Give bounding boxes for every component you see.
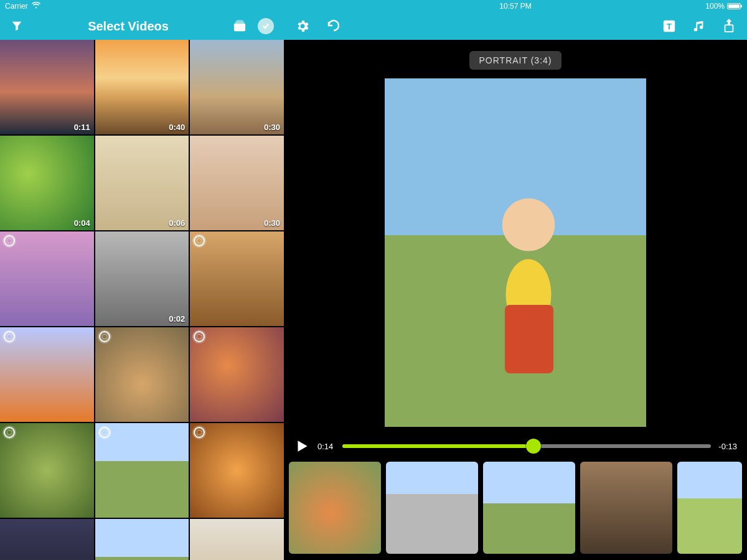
video-thumb[interactable]: 0:06 xyxy=(95,136,189,230)
video-thumb[interactable]: 0:02 xyxy=(95,231,189,326)
status-bar-left: Carrier xyxy=(0,0,284,12)
duration-label: 0:30 xyxy=(264,123,280,132)
progress-track[interactable] xyxy=(342,444,711,448)
video-thumb[interactable] xyxy=(95,423,189,518)
progress-fill xyxy=(342,444,533,448)
video-library-panel: Carrier Select Videos 0:110:400:300:040:… xyxy=(0,0,284,560)
preview-area: PORTRAIT (3:4) xyxy=(284,40,747,432)
aspect-ratio-badge[interactable]: PORTRAIT (3:4) xyxy=(469,51,562,70)
svg-rect-1 xyxy=(235,22,245,23)
video-thumb[interactable] xyxy=(95,519,189,560)
status-bar-right: 10:57 PM 100% xyxy=(284,0,747,12)
thumb-image xyxy=(289,462,381,554)
thumb-image xyxy=(95,231,189,326)
thumb-image xyxy=(0,327,94,422)
text-icon[interactable]: T xyxy=(662,19,676,33)
thumb-image xyxy=(483,462,575,554)
timeline-clip[interactable] xyxy=(677,462,742,554)
duration-label: 0:30 xyxy=(264,218,280,228)
library-toolbar: Select Videos xyxy=(0,12,284,40)
thumb-image xyxy=(0,423,94,518)
thumb-image xyxy=(190,231,284,326)
remaining-time: -0:13 xyxy=(718,442,737,451)
duration-label: 0:02 xyxy=(169,314,185,324)
video-thumb[interactable]: 0:11 xyxy=(0,40,94,134)
video-grid[interactable]: 0:110:400:300:040:060:300:02 xyxy=(0,40,284,560)
live-photo-icon xyxy=(99,331,110,342)
library-title: Select Videos xyxy=(88,19,169,34)
settings-icon[interactable] xyxy=(295,19,310,34)
thumb-image xyxy=(386,462,478,554)
live-photo-icon xyxy=(4,331,15,342)
carrier-label: Carrier xyxy=(5,2,28,11)
battery-indicator: 100% xyxy=(705,2,741,11)
wifi-icon xyxy=(32,2,40,11)
timeline-clip[interactable] xyxy=(289,462,381,554)
duration-label: 0:11 xyxy=(74,123,90,132)
video-thumb[interactable]: 0:04 xyxy=(0,136,94,230)
thumb-image xyxy=(0,40,94,134)
live-photo-icon xyxy=(99,427,110,438)
live-photo-icon xyxy=(4,427,15,438)
music-icon[interactable] xyxy=(692,19,706,33)
video-thumb[interactable] xyxy=(0,231,94,326)
thumb-image xyxy=(190,519,284,560)
duration-label: 0:40 xyxy=(169,123,185,132)
video-thumb[interactable] xyxy=(0,423,94,518)
editor-toolbar: T xyxy=(284,12,747,40)
live-photo-icon xyxy=(4,235,15,246)
video-thumb[interactable] xyxy=(190,423,284,518)
video-thumb[interactable] xyxy=(190,519,284,560)
clock-label: 10:57 PM xyxy=(499,2,531,11)
preview-frame[interactable] xyxy=(385,78,646,427)
thumb-image xyxy=(95,136,189,230)
duration-label: 0:06 xyxy=(169,218,185,228)
thumb-image xyxy=(580,462,672,554)
albums-icon[interactable] xyxy=(233,20,247,32)
thumb-image xyxy=(677,462,742,554)
select-all-button[interactable] xyxy=(258,18,274,34)
thumb-image xyxy=(190,136,284,230)
thumb-image xyxy=(0,136,94,230)
video-thumb[interactable] xyxy=(190,327,284,422)
timeline-clip[interactable] xyxy=(483,462,575,554)
video-thumb[interactable]: 0:30 xyxy=(190,136,284,230)
progress-knob[interactable] xyxy=(526,439,541,454)
thumb-image xyxy=(190,327,284,422)
thumb-image xyxy=(190,40,284,134)
undo-icon[interactable] xyxy=(326,19,341,34)
thumb-image xyxy=(95,423,189,518)
video-thumb[interactable] xyxy=(0,327,94,422)
play-button[interactable] xyxy=(294,438,310,454)
thumb-image xyxy=(95,327,189,422)
thumb-image xyxy=(0,519,94,560)
duration-label: 0:04 xyxy=(74,218,90,228)
svg-text:T: T xyxy=(667,22,672,31)
player-controls: 0:14 -0:13 xyxy=(284,432,747,458)
timeline-clip[interactable] xyxy=(386,462,478,554)
video-thumb[interactable] xyxy=(190,231,284,326)
video-thumb[interactable] xyxy=(0,519,94,560)
editor-panel: 10:57 PM 100% T PORTRAIT xyxy=(284,0,747,560)
thumb-image xyxy=(95,519,189,560)
timeline-clip[interactable] xyxy=(580,462,672,554)
svg-rect-6 xyxy=(726,26,733,31)
video-thumb[interactable] xyxy=(95,327,189,422)
thumb-image xyxy=(190,423,284,518)
elapsed-time: 0:14 xyxy=(317,442,335,451)
svg-rect-0 xyxy=(234,23,245,31)
clip-timeline[interactable] xyxy=(284,458,747,560)
svg-rect-2 xyxy=(237,20,243,21)
share-icon[interactable] xyxy=(722,19,736,34)
video-thumb[interactable]: 0:30 xyxy=(190,40,284,134)
thumb-image xyxy=(95,40,189,134)
video-thumb[interactable]: 0:40 xyxy=(95,40,189,134)
thumb-image xyxy=(0,231,94,326)
filter-icon[interactable] xyxy=(10,19,24,33)
